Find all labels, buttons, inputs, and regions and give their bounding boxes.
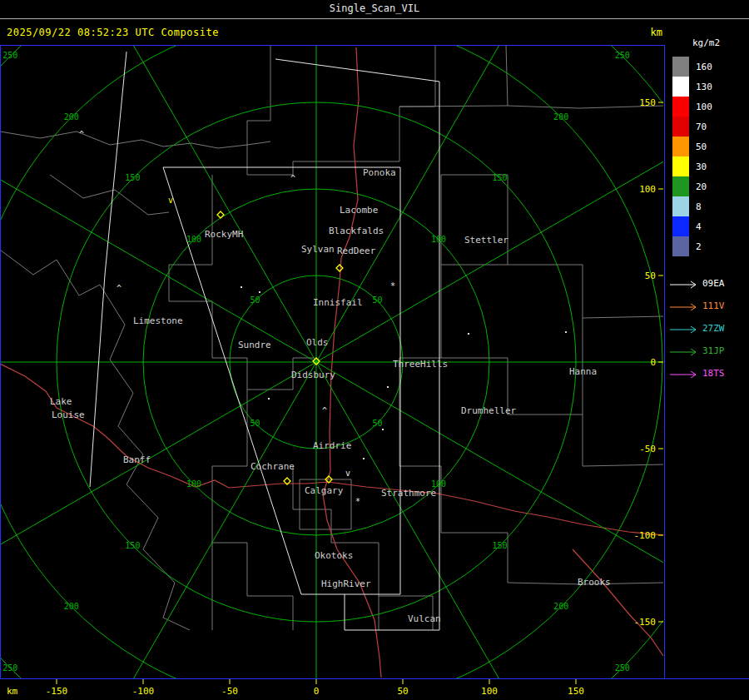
right-axis-tick-label: 0	[650, 357, 656, 368]
color-scale-swatch	[672, 97, 689, 117]
ring-range-label: 50	[250, 419, 260, 428]
color-scale-swatch	[672, 196, 689, 216]
city-label: Brooks	[578, 577, 611, 588]
color-scale-row: 30	[666, 156, 749, 176]
bottom-axis-tick-label: 0	[314, 686, 320, 697]
city-label: Calgary	[305, 485, 344, 496]
map-dot-marker	[565, 331, 567, 333]
ring-range-label: 100	[186, 479, 201, 489]
map-caret-marker: ^	[290, 174, 295, 183]
ring-range-label: 50	[250, 295, 260, 305]
city-label: Didsbury	[291, 370, 335, 380]
right-axis-unit-label: km	[632, 27, 662, 38]
radar-legend-row: 09EA	[666, 273, 749, 295]
radar-id-label: 09EA	[702, 278, 725, 289]
city-label: Limestone	[133, 315, 183, 326]
city-label: Olds	[306, 337, 329, 348]
right-axis-tick-label: -150	[634, 617, 657, 628]
color-scale: 16013010070503020842	[666, 57, 749, 256]
city-label: Banff	[123, 454, 151, 465]
city-label: Innisfail	[313, 297, 363, 308]
ring-range-label: 200	[553, 112, 568, 122]
radar-legend-row: 111V	[666, 295, 749, 318]
radar-id-label: 111V	[702, 300, 725, 311]
map-dot-marker	[387, 386, 389, 388]
ring-range-label: 250	[615, 51, 630, 60]
color-scale-value: 30	[696, 161, 707, 172]
color-scale-value: 2	[696, 241, 702, 252]
color-scale-row: 8	[666, 196, 749, 216]
radar-legend-row: 27ZW	[666, 318, 749, 340]
bottom-axis-tick-label: 100	[481, 686, 498, 697]
city-label: Stettler	[464, 235, 508, 246]
map-dot-marker	[382, 429, 384, 430]
color-scale-value: 160	[696, 62, 712, 72]
color-scale-swatch	[672, 216, 689, 236]
legend-unit-label: kg/m2	[692, 37, 749, 48]
ring-range-label: 150	[125, 173, 140, 182]
ring-range-label: 100	[431, 235, 446, 244]
city-label: Drumheller	[461, 405, 517, 416]
right-axis-tick-label: -100	[634, 530, 657, 541]
map-vee-marker: v	[345, 469, 350, 478]
ring-range-label: 250	[2, 663, 17, 673]
right-axis-tick-label: 150	[639, 97, 656, 108]
ring-range-label: 50	[373, 295, 383, 305]
ring-range-label: 200	[64, 602, 79, 611]
city-label: RockyMH	[205, 229, 243, 240]
color-scale-value: 20	[696, 181, 707, 192]
radar-legend-row: 18TS	[666, 363, 749, 385]
radar-map[interactable]: 5010015020025050100150200250501001502002…	[0, 45, 749, 700]
map-dot-marker	[241, 286, 242, 288]
map-dot-marker	[259, 291, 260, 293]
city-label: Hanna	[569, 366, 597, 377]
city-label: Sylvan	[301, 244, 335, 255]
radar-legend-row: 31JP	[666, 340, 749, 363]
ring-range-label: 200	[64, 112, 79, 122]
city-label: Cochrane	[250, 461, 295, 472]
bottom-axis-tick-label: 50	[397, 686, 408, 697]
map-dot-marker	[363, 458, 365, 459]
map-caret-marker: ^	[322, 406, 327, 415]
city-label: Vulcan	[408, 613, 441, 624]
ring-range-label: 150	[493, 541, 508, 550]
city-label: ThreeHills	[393, 359, 448, 370]
ring-range-label: 200	[553, 602, 568, 611]
color-scale-swatch	[672, 176, 689, 196]
map-caret-marker: ^	[117, 284, 122, 293]
map-caret-marker: ^	[79, 130, 84, 139]
color-scale-value: 100	[696, 102, 712, 112]
radar-arrow-icon	[669, 325, 699, 335]
bottom-axis-unit-label: km	[7, 686, 18, 697]
city-label: Okotoks	[315, 550, 353, 561]
color-scale-row: 130	[666, 77, 749, 97]
color-scale-value: 50	[696, 141, 707, 152]
city-label: Strathmore	[381, 488, 436, 499]
city-label: Lacombe	[340, 205, 378, 216]
city-label: RedDeer	[337, 246, 376, 256]
color-scale-row: 50	[666, 137, 749, 156]
ring-range-label: 100	[186, 235, 201, 244]
radar-id-label: 31JP	[702, 345, 725, 356]
city-label: Ponoka	[363, 167, 396, 178]
color-scale-row: 4	[666, 216, 749, 236]
legend-panel: kg/m2 16013010070503020842 09EA111V27ZW3…	[666, 19, 749, 385]
scan-timestamp: 2025/09/22 08:52:23 UTC Composite	[7, 27, 219, 38]
bottom-axis-tick-label: -150	[46, 686, 68, 697]
color-scale-value: 8	[696, 201, 702, 212]
title-divider	[0, 18, 749, 19]
color-scale-swatch	[672, 117, 689, 137]
city-label: Louise	[52, 410, 85, 420]
right-axis-tick-label: 50	[645, 271, 656, 281]
ring-range-label: 150	[125, 541, 140, 550]
window-title: Single_Scan_VIL	[330, 2, 419, 14]
bottom-axis-tick-label: -50	[221, 686, 238, 697]
bottom-axis-tick-label: 150	[568, 686, 584, 697]
map-background	[0, 45, 749, 700]
city-label: Blackfalds	[329, 226, 384, 236]
radar-arrow-icon	[669, 280, 699, 290]
color-scale-swatch	[672, 137, 689, 156]
ring-range-label: 150	[493, 173, 508, 182]
right-axis-tick-label: -50	[639, 444, 656, 454]
city-label: HighRiver	[321, 578, 371, 589]
